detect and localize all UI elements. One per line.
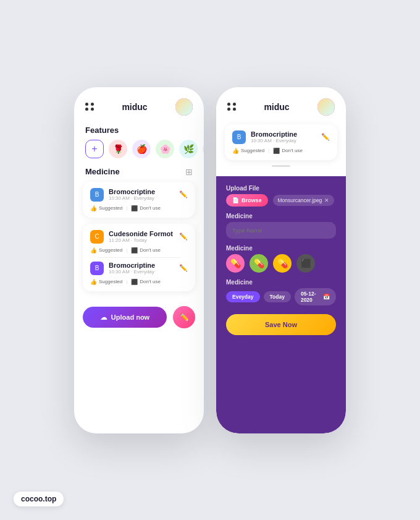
upload-file-label: Upload File [226, 185, 336, 192]
emoji-pill-4[interactable]: ⬛ [296, 254, 315, 273]
bottom-bar: ☁ Upload now ✏️ [74, 297, 204, 341]
medicine-label-3: Medicine [226, 279, 336, 286]
feature-icon-2[interactable]: 🍎 [132, 140, 151, 158]
medicine-label-1: Medicine [226, 213, 336, 220]
med-name-3: Bromocriptine [109, 262, 155, 269]
right-avatar[interactable] [317, 98, 335, 116]
menu-icon[interactable] [85, 103, 94, 111]
med-edit-1[interactable]: ✏️ [179, 190, 188, 198]
right-med-edit[interactable]: ✏️ [321, 133, 330, 141]
feature-icon-1[interactable]: 🌹 [109, 140, 127, 158]
add-feature-button[interactable]: + [85, 140, 104, 158]
no-icon: ⬛ [131, 205, 138, 211]
tag-divider: | [126, 205, 127, 211]
right-tag-divider: | [268, 148, 269, 153]
medicine-more-icon[interactable]: ⊞ [185, 167, 193, 177]
right-header: miduc [216, 87, 346, 122]
tag-suggested-2: 👍 Suggested [90, 247, 122, 254]
tag-suggested-1: 👍 Suggested [90, 205, 122, 211]
right-thumbs-up-icon: 👍 [232, 148, 239, 154]
card-divider [98, 257, 180, 258]
emoji-pill-1[interactable]: 💊 [226, 254, 245, 273]
emoji-row: 💊 💊 💊 ⬛ [226, 254, 336, 273]
medicine-card-2: C Cudesonide Formot 11:20 AM · Today ✏️ … [83, 224, 195, 291]
thumbs-up-icon-2: 👍 [90, 247, 97, 254]
save-now-button[interactable]: Save Now [226, 314, 336, 335]
emoji-pill-2[interactable]: 💊 [250, 254, 268, 273]
no-icon-2: ⬛ [131, 247, 138, 254]
medicine-emoji-section: Medicine 💊 💊 💊 ⬛ [226, 245, 336, 273]
scroll-indicator [272, 165, 290, 167]
thumbs-up-icon: 👍 [90, 205, 97, 211]
right-top-section: miduc B Bromocriptine 10:30 AM · Everyda… [216, 87, 346, 176]
right-tag-dontuse: ⬛ Don't use [273, 148, 303, 154]
feature-icon-4[interactable]: 🌿 [179, 140, 198, 158]
upload-now-button[interactable]: ☁ Upload now [83, 307, 167, 328]
watermark: cocoo.top [14, 492, 64, 506]
right-med-name: Bromocriptine [251, 130, 297, 138]
right-med-icon: B [232, 130, 246, 144]
no-icon-3: ⬛ [131, 279, 138, 285]
right-form-section: Upload File 📄 Browse Monsurcancer.jpeg ✕ [216, 176, 346, 433]
med-name-2: Cudesonide Formot [109, 230, 173, 237]
medicine-card-1: B Bromocriptine 10:30 AM · Everyday ✏️ 👍… [83, 182, 195, 218]
medicine-date-section: Medicine Eveyday Today 05-12-2020 📅 [226, 279, 336, 305]
date-everyday-chip[interactable]: Eveyday [226, 291, 260, 302]
right-menu-icon[interactable] [227, 103, 236, 111]
tag-dontuse-2: ⬛ Don't use [131, 247, 161, 254]
thumbs-up-icon-3: 👍 [90, 279, 97, 285]
right-top-card: B Bromocriptine 10:30 AM · Everyday ✏️ 👍… [225, 124, 337, 160]
med-icon-1: B [90, 188, 104, 202]
calendar-icon: 📅 [323, 294, 330, 300]
save-btn-label: Save Now [265, 321, 297, 328]
right-phone: miduc B Bromocriptine 10:30 AM · Everyda… [216, 87, 346, 433]
tag-divider-3: | [126, 279, 127, 284]
right-med-time: 10:30 AM · Everyday [251, 138, 297, 143]
file-name: Monsurcancer.jpeg [278, 197, 322, 203]
med-edit-2[interactable]: ✏️ [179, 232, 188, 241]
right-no-icon: ⬛ [273, 148, 280, 154]
browse-label: Browse [242, 197, 262, 203]
file-row: 📄 Browse Monsurcancer.jpeg ✕ [226, 194, 336, 207]
features-row: + 🌹 🍎 🌸 🌿 ⬛ [74, 140, 204, 166]
med-icon-2: C [90, 230, 104, 244]
med-time-3: 10:30 AM · Everyday [109, 269, 155, 275]
upload-btn-label: Upload now [111, 313, 149, 321]
med-time-1: 10:30 AM · Everyday [109, 195, 155, 201]
file-chip: Monsurcancer.jpeg ✕ [273, 195, 335, 206]
tag-dontuse-3: ⬛ Don't use [131, 279, 161, 285]
pencil-icon: ✏️ [179, 312, 189, 322]
left-app-title: miduc [122, 102, 147, 112]
med-name-1: Bromocriptine [109, 188, 155, 195]
edit-pink-button[interactable]: ✏️ [173, 306, 195, 328]
upload-file-section: Upload File 📄 Browse Monsurcancer.jpeg ✕ [226, 185, 336, 207]
med-time-2: 11:20 AM · Today [109, 237, 173, 243]
date-today-chip[interactable]: Today [264, 291, 291, 302]
feature-icon-5[interactable]: ⬛ [203, 140, 204, 158]
tag-suggested-3: 👍 Suggested [90, 279, 122, 285]
feature-icon-3[interactable]: 🌸 [156, 140, 174, 158]
med-icon-3: B [90, 262, 104, 275]
left-header: miduc [74, 87, 204, 122]
browse-button[interactable]: 📄 Browse [226, 194, 268, 207]
emoji-pill-3[interactable]: 💊 [273, 254, 292, 273]
tag-divider-2: | [126, 247, 127, 253]
date-row: Eveyday Today 05-12-2020 📅 [226, 288, 336, 305]
medicine-title: Medicine [85, 167, 120, 176]
right-app-title: miduc [264, 102, 289, 112]
tag-dontuse-1: ⬛ Don't use [131, 205, 161, 211]
right-tag-suggested: 👍 Suggested [232, 148, 264, 154]
medicine-name-section: Medicine [226, 213, 336, 239]
left-phone: miduc Features + 🌹 🍎 🌸 🌿 ⬛ Medicine ⊞ B [74, 87, 204, 433]
medicine-header: Medicine ⊞ [74, 166, 204, 182]
med-edit-3[interactable]: ✏️ [179, 264, 188, 272]
medicine-label-2: Medicine [226, 245, 336, 252]
upload-cloud-icon: ☁ [100, 313, 107, 322]
file-icon: 📄 [232, 197, 239, 203]
close-chip-icon[interactable]: ✕ [324, 197, 329, 203]
date-specific-chip[interactable]: 05-12-2020 📅 [295, 288, 336, 305]
features-title: Features [74, 122, 204, 140]
medicine-name-input[interactable] [226, 222, 336, 239]
avatar[interactable] [175, 98, 193, 116]
